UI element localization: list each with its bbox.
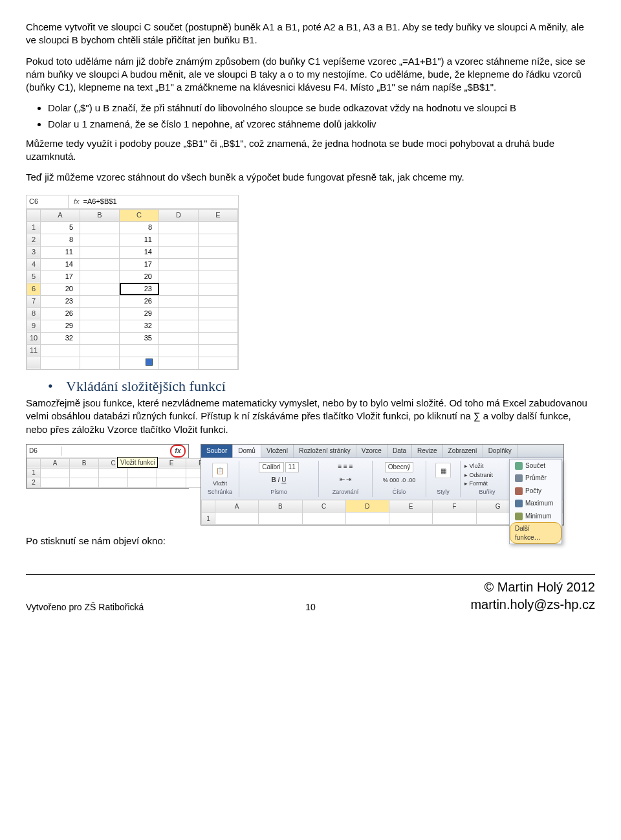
fx-col-E[interactable]: E bbox=[157, 458, 186, 468]
fx-cell-A2[interactable] bbox=[41, 478, 70, 487]
cell-D7[interactable] bbox=[159, 295, 199, 307]
row-header-11[interactable]: 11 bbox=[27, 344, 41, 357]
cell-A1[interactable]: 5 bbox=[41, 221, 80, 234]
underline-icon[interactable]: U bbox=[281, 476, 286, 483]
autosum-item-2[interactable]: Počty bbox=[510, 485, 561, 498]
cell-E5[interactable] bbox=[199, 271, 238, 283]
row-header-3[interactable]: 3 bbox=[27, 246, 41, 258]
col-header-E[interactable]: E bbox=[199, 209, 238, 221]
fx-cell-D1[interactable] bbox=[128, 468, 157, 478]
cells-format[interactable]: ▸ Formát bbox=[464, 480, 488, 487]
rb-cell-D1[interactable] bbox=[345, 513, 389, 525]
rb-col-F[interactable]: F bbox=[433, 500, 476, 513]
cell-A8[interactable]: 26 bbox=[41, 307, 80, 320]
rb-cell-B1[interactable] bbox=[259, 513, 302, 525]
fx-cell-E2[interactable] bbox=[157, 478, 186, 487]
col-header-A[interactable]: A bbox=[41, 209, 80, 221]
ribbon-tab-vzorce[interactable]: Vzorce bbox=[356, 445, 387, 458]
rb-cell-A1[interactable] bbox=[215, 513, 259, 525]
cell-A2[interactable]: 8 bbox=[41, 234, 80, 246]
fx-cell-B2[interactable] bbox=[70, 478, 99, 487]
cell-B1[interactable] bbox=[80, 221, 120, 234]
rb-col-E[interactable]: E bbox=[389, 500, 433, 513]
cell-C3[interactable]: 14 bbox=[120, 246, 159, 258]
fx-col-B[interactable]: B bbox=[70, 458, 99, 468]
fx-row-1[interactable]: 1 bbox=[27, 468, 41, 478]
cell-C4[interactable]: 17 bbox=[120, 258, 159, 271]
cell-E11[interactable] bbox=[199, 344, 238, 357]
fx-row-2[interactable]: 2 bbox=[27, 478, 41, 487]
autosum-item-1[interactable]: Průměr bbox=[510, 472, 561, 485]
cell-E1[interactable] bbox=[199, 221, 238, 234]
rb-cell-F1[interactable] bbox=[433, 513, 476, 525]
cell-D2[interactable] bbox=[159, 234, 199, 246]
fx-cell-C2[interactable] bbox=[99, 478, 128, 487]
cell-E7[interactable] bbox=[199, 295, 238, 307]
cell-A11[interactable] bbox=[41, 344, 80, 357]
cell-C7[interactable]: 26 bbox=[120, 295, 159, 307]
cell-B3[interactable] bbox=[80, 246, 120, 258]
col-header-C[interactable]: C bbox=[120, 209, 159, 221]
cell-B4[interactable] bbox=[80, 258, 120, 271]
ribbon-tab-rozložení stránky[interactable]: Rozložení stránky bbox=[294, 445, 356, 458]
rb-col-A[interactable]: A bbox=[215, 500, 259, 513]
col-header-D[interactable]: D bbox=[159, 209, 199, 221]
autosum-item-0[interactable]: Součet bbox=[510, 459, 561, 472]
cell-B6[interactable] bbox=[80, 283, 120, 295]
autosum-dropdown[interactable]: SoučetPrůměrPočtyMaximumMinimumDalší fun… bbox=[509, 459, 562, 545]
cell-C11[interactable] bbox=[120, 344, 159, 357]
row-header-6[interactable]: 6 bbox=[27, 283, 41, 295]
row-header-5[interactable]: 5 bbox=[27, 271, 41, 283]
ribbon-tab-zobrazení[interactable]: Zobrazení bbox=[443, 445, 483, 458]
cell-C5[interactable]: 20 bbox=[120, 271, 159, 283]
cell-A9[interactable]: 29 bbox=[41, 320, 80, 332]
row-header-2[interactable]: 2 bbox=[27, 234, 41, 246]
cell-E3[interactable] bbox=[199, 246, 238, 258]
font-size-box[interactable]: 11 bbox=[285, 462, 299, 472]
row-header-10[interactable]: 10 bbox=[27, 332, 41, 344]
autosum-item-3[interactable]: Maximum bbox=[510, 497, 561, 510]
cell-B5[interactable] bbox=[80, 271, 120, 283]
cell-A5[interactable]: 17 bbox=[41, 271, 80, 283]
rb-col-C[interactable]: C bbox=[302, 500, 345, 513]
insert-function-button[interactable]: fx bbox=[170, 445, 186, 458]
ribbon-tab-domů[interactable]: Domů bbox=[233, 445, 261, 458]
cell-C10[interactable]: 35 bbox=[120, 332, 159, 344]
fx-cell-D2[interactable] bbox=[128, 478, 157, 487]
cell-B10[interactable] bbox=[80, 332, 120, 344]
rb-col-B[interactable]: B bbox=[259, 500, 302, 513]
name-box-2[interactable]: D6 bbox=[27, 447, 62, 456]
spreadsheet-grid[interactable]: ABCDE15828113111441417517206202372326826… bbox=[27, 209, 238, 370]
fill-handle-icon[interactable] bbox=[146, 359, 153, 366]
autosum-item-4[interactable]: Minimum bbox=[510, 510, 561, 523]
ribbon-tabs[interactable]: SouborDomůVloženíRozložení stránkyVzorce… bbox=[201, 445, 563, 459]
cell-B8[interactable] bbox=[80, 307, 120, 320]
row-header-7[interactable]: 7 bbox=[27, 295, 41, 307]
cell-B2[interactable] bbox=[80, 234, 120, 246]
cell-A10[interactable]: 32 bbox=[41, 332, 80, 344]
ribbon-tab-revize[interactable]: Revize bbox=[412, 445, 443, 458]
bold-icon[interactable]: B bbox=[272, 476, 276, 483]
cell-D8[interactable] bbox=[159, 307, 199, 320]
cell-B11[interactable] bbox=[80, 344, 120, 357]
cell-D11[interactable] bbox=[159, 344, 199, 357]
fx-cell-B1[interactable] bbox=[70, 468, 99, 478]
cell-D9[interactable] bbox=[159, 320, 199, 332]
cell-D5[interactable] bbox=[159, 271, 199, 283]
cell-C1[interactable]: 8 bbox=[120, 221, 159, 234]
cell-B9[interactable] bbox=[80, 320, 120, 332]
cell-C9[interactable]: 32 bbox=[120, 320, 159, 332]
cell-E8[interactable] bbox=[199, 307, 238, 320]
cell-D3[interactable] bbox=[159, 246, 199, 258]
cell-D6[interactable] bbox=[159, 283, 199, 295]
cell-A3[interactable]: 11 bbox=[41, 246, 80, 258]
rb-col-D[interactable]: D bbox=[345, 500, 389, 513]
number-format-box[interactable]: Obecný bbox=[385, 462, 413, 472]
paste-icon[interactable]: 📋 bbox=[212, 463, 228, 478]
cell-A7[interactable]: 23 bbox=[41, 295, 80, 307]
rb-cell-C1[interactable] bbox=[302, 513, 345, 525]
align-icons[interactable]: ≡ ≡ ≡ bbox=[338, 462, 353, 471]
rb-cell-E1[interactable] bbox=[389, 513, 433, 525]
rb-row-1[interactable]: 1 bbox=[202, 513, 215, 525]
cell-A4[interactable]: 14 bbox=[41, 258, 80, 271]
